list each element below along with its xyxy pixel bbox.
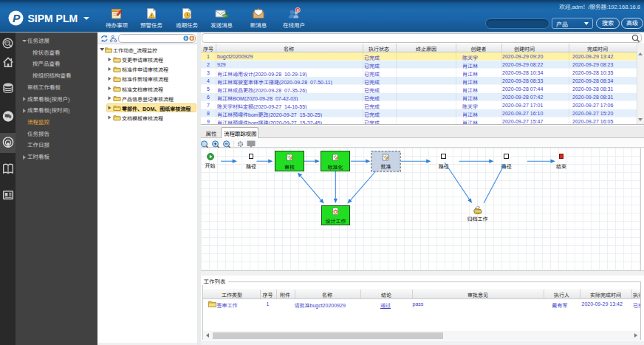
svg-text:6: 6 (297, 8, 299, 13)
svg-text:SIPM: SIPM (4, 41, 10, 44)
